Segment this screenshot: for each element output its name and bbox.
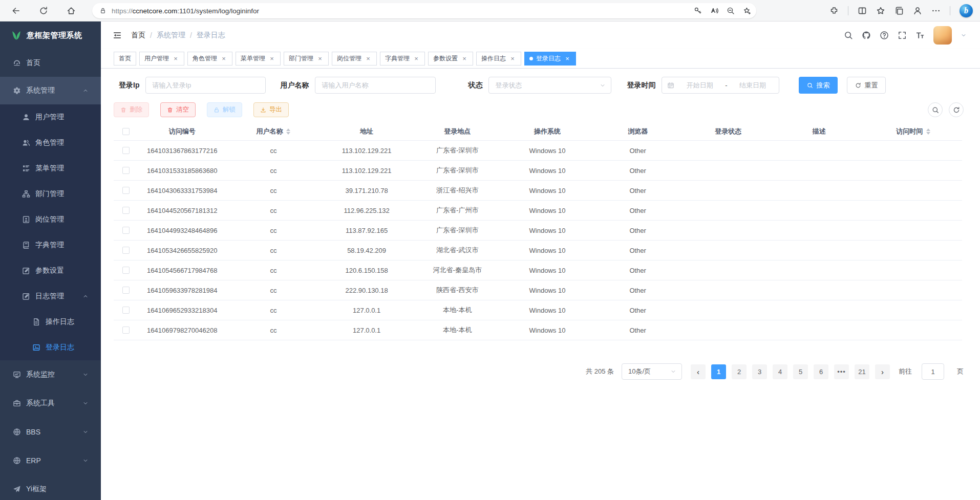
close-icon[interactable]: × [220,55,227,62]
close-icon[interactable]: × [564,55,571,62]
back-icon[interactable] [7,2,25,19]
breadcrumb-system[interactable]: 系统管理 [157,31,185,40]
sidebar-item-部门管理[interactable]: 部门管理 [0,181,101,207]
sidebar-item-系统管理[interactable]: 系统管理 [0,77,101,104]
sort-desc-icon[interactable] [926,132,930,135]
page-button-5[interactable]: 5 [793,364,808,379]
row-checkbox[interactable] [122,147,130,154]
page-button-4[interactable]: 4 [773,364,787,379]
sidebar-item-菜单管理[interactable]: 菜单管理 [0,156,101,181]
star-plus-icon[interactable] [743,7,751,15]
more-icon[interactable] [931,6,941,15]
home-icon[interactable] [62,2,80,19]
row-checkbox[interactable] [122,187,130,194]
reload-icon[interactable] [35,2,52,19]
breadcrumb-home[interactable]: 首页 [131,31,145,40]
profile-icon[interactable] [913,6,922,15]
github-icon[interactable] [862,31,871,40]
extensions-icon[interactable] [829,6,839,15]
sidebar-item-岗位管理[interactable]: 岗位管理 [0,207,101,232]
close-icon[interactable]: × [172,55,179,62]
question-icon[interactable] [880,31,889,40]
status-select[interactable]: 登录状态 [488,77,611,94]
tab-字典管理[interactable]: 字典管理× [380,52,425,66]
row-checkbox[interactable] [122,207,130,214]
sort-desc-icon[interactable] [286,132,290,135]
tab-首页[interactable]: 首页 [114,52,136,66]
sidebar-item-ERP[interactable]: ERP [0,446,101,475]
prev-page-button[interactable]: ‹ [691,364,706,379]
select-all-checkbox[interactable] [122,128,130,135]
page-button-21[interactable]: 21 [855,364,869,379]
close-icon[interactable]: × [316,55,324,62]
close-icon[interactable]: × [365,55,372,62]
row-checkbox[interactable] [122,307,130,314]
page-button-3[interactable]: 3 [752,364,767,379]
page-button-1[interactable]: 1 [711,364,726,379]
tab-操作日志[interactable]: 操作日志× [476,52,521,66]
row-checkbox[interactable] [122,227,130,234]
sidebar-item-首页[interactable]: 首页 [0,49,101,77]
app-logo[interactable]: 意框架管理系统 [0,21,101,49]
page-button-2[interactable]: 2 [732,364,747,379]
sidebar-item-用户管理[interactable]: 用户管理 [0,104,101,130]
url-bar[interactable]: https://ccnetcore.com:1101/system/log/lo… [92,3,756,18]
sidebar-item-日志管理[interactable]: 日志管理 [0,284,101,309]
tab-部门管理[interactable]: 部门管理× [284,52,329,66]
date-range-picker[interactable]: 开始日期 - 结束日期 [662,77,779,94]
sort-asc-icon[interactable] [926,128,930,131]
sort-asc-icon[interactable] [286,128,290,131]
row-checkbox[interactable] [122,267,130,274]
search-icon[interactable] [844,31,853,40]
goto-page-input[interactable] [922,363,944,380]
row-checkbox[interactable] [122,287,130,294]
column-header-访问时间[interactable]: 访问时间 [864,127,962,136]
key-icon[interactable] [694,7,702,15]
ip-input[interactable] [145,77,266,94]
next-page-button[interactable]: › [875,364,890,379]
export-button[interactable]: 导出 [253,102,289,117]
sidebar-item-BBS[interactable]: BBS [0,418,101,446]
username-input[interactable] [315,77,436,94]
hamburger-icon[interactable] [113,31,122,40]
row-checkbox[interactable] [122,247,130,254]
refresh-table-button[interactable] [949,102,964,117]
sort-caret-icon[interactable] [286,128,290,135]
zoom-search-icon[interactable] [727,7,735,15]
sort-caret-icon[interactable] [926,128,930,135]
sidebar-item-系统监控[interactable]: 系统监控 [0,360,101,389]
sidebar-item-字典管理[interactable]: 字典管理 [0,232,101,258]
close-icon[interactable]: × [268,55,275,62]
sidebar-item-系统工具[interactable]: 系统工具 [0,389,101,418]
page-size-select[interactable]: 10条/页 [622,363,682,380]
tab-岗位管理[interactable]: 岗位管理× [332,52,377,66]
toggle-search-button[interactable] [928,102,943,117]
tab-参数设置[interactable]: 参数设置× [428,52,473,66]
avatar[interactable] [933,26,952,45]
tab-菜单管理[interactable]: 菜单管理× [236,52,281,66]
favorites-icon[interactable] [876,6,885,15]
close-icon[interactable]: × [413,55,420,62]
row-checkbox[interactable] [122,167,130,174]
search-button[interactable]: 搜索 [799,77,838,94]
read-aloud-icon[interactable] [710,7,718,15]
font-size-icon[interactable] [915,31,925,40]
tab-登录日志[interactable]: 登录日志× [524,52,576,66]
sidebar-item-登录日志[interactable]: 登录日志 [0,335,101,360]
clear-button[interactable]: 清空 [160,102,196,117]
delete-button[interactable]: 删除 [114,102,149,117]
sidebar-item-Yi框架[interactable]: Yi框架 [0,475,101,500]
bing-sidebar-icon[interactable]: b [960,4,973,17]
unlock-button[interactable]: 解锁 [207,102,242,117]
close-icon[interactable]: × [509,55,516,62]
tab-角色管理[interactable]: 角色管理× [187,52,232,66]
reset-button[interactable]: 重置 [847,77,886,94]
column-header-用户名称[interactable]: 用户名称 [226,127,321,136]
chevron-down-icon[interactable] [961,32,967,38]
close-icon[interactable]: × [461,55,468,62]
more-pages-button[interactable]: ••• [834,364,849,379]
sidebar-item-参数设置[interactable]: 参数设置 [0,258,101,284]
collections-icon[interactable] [894,6,904,15]
sidebar-item-操作日志[interactable]: 操作日志 [0,309,101,335]
row-checkbox[interactable] [122,327,130,334]
